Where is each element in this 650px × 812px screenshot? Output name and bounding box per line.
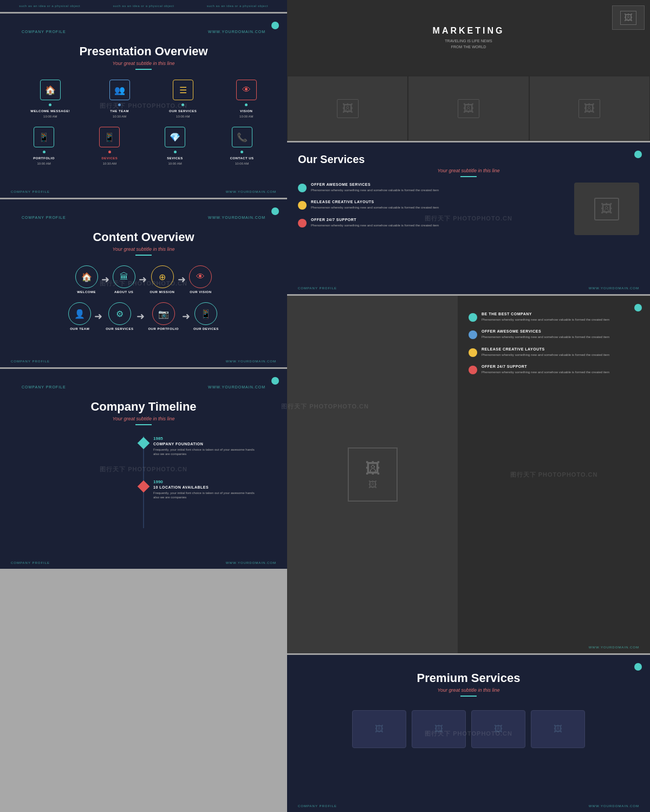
flow-portfolio: 📷 OUR PORTFOLIO xyxy=(148,302,179,330)
content-flow-row1: 🏠 WELCOME ➜ 🏛 ABOUT US ➜ ⊕ OUR MISSION ➜… xyxy=(11,265,276,294)
marketing-title: MARKETING xyxy=(433,26,505,36)
large-img-icon: 🖼 xyxy=(365,459,380,477)
icon-services-time: 10:00 AM xyxy=(176,115,190,118)
service-title-2: RELEASE CREATIVE LAYOUTS xyxy=(311,200,439,204)
watermark-5: 图行天下 PHOTOPHOTO.CN xyxy=(281,402,369,410)
flow-arrow-1: ➜ xyxy=(101,274,109,285)
icon-vision-time: 10:00 AM xyxy=(239,115,253,118)
strip-text-1: such as an idea or a physical object xyxy=(19,4,80,8)
timeline-year-1: 1985 xyxy=(153,436,261,441)
services-footer-left: COMPANY PROFILE xyxy=(298,287,337,290)
icon-welcome-time: 10:00 AM xyxy=(43,115,57,118)
services-img-icon: 🖼 xyxy=(594,198,619,220)
premium-subtitle: Your great subtitle in this line xyxy=(298,687,639,693)
content-footer-left: COMPANY PROFILE xyxy=(11,360,50,363)
timeline-item-1: 1985 COMPANY FOUNDATION Frequently, your… xyxy=(22,436,265,463)
premium-img-icon-4: 🖼 xyxy=(554,724,562,734)
icon-services: ☰ OUR SERVICES 10:00 AM xyxy=(169,80,197,118)
service-dark-title-4: OFFER 24/7 SUPPORT xyxy=(482,365,609,368)
icon-devices: 📱 DEVICES 10:30 AM xyxy=(99,127,120,165)
flow-arrow-6: ➜ xyxy=(182,310,190,322)
flow-devices-label: OUR DEVICES xyxy=(193,327,219,330)
flow-arrow-3: ➜ xyxy=(178,274,186,285)
strip-text-2: such as an idea or a physical object xyxy=(113,4,174,8)
flow-portfolio-circle: 📷 xyxy=(152,302,175,325)
timeline-content-1: 1985 COMPANY FOUNDATION Frequently, your… xyxy=(153,436,261,457)
flow-devices: 📱 OUR DEVICES xyxy=(193,302,219,330)
content-subtitle: Your great subtitle in this line xyxy=(11,246,276,252)
timeline-title-1: COMPANY FOUNDATION xyxy=(153,442,261,446)
flow-aboutus-circle: 🏛 xyxy=(113,265,135,288)
marketing-img-placeholder: 🖼 xyxy=(612,5,645,30)
icon-sevices-box: 💎 xyxy=(165,127,185,147)
service-dark-item-1: BE THE BEST COMPANY Phenomenon whereby s… xyxy=(469,312,639,322)
service-dark-item-2: OFFER AWESOME SERVICES Phenomenon whereb… xyxy=(469,329,639,339)
services-img-placeholder: 🖼 xyxy=(574,183,639,235)
premium-img-4: 🖼 xyxy=(531,710,585,748)
timeline-subtitle: Your great subtitle in this line xyxy=(11,416,276,421)
icon-portfolio-label: PORTFOLIO xyxy=(33,157,55,160)
premium-img-1: 🖼 xyxy=(352,710,406,748)
content-dot xyxy=(271,207,279,215)
flow-ourservices: ⚙ OUR SERVICES xyxy=(106,302,133,330)
service-desc-3: Phenomenon whereby something new and som… xyxy=(311,223,439,228)
icon-team-time: 10:30 AM xyxy=(113,115,126,118)
services-title: Our Services xyxy=(298,153,639,166)
premium-footer-left: COMPANY PROFILE xyxy=(298,804,337,808)
icon-sevices-label: SEVICES xyxy=(167,157,183,160)
service-text-1: OFFER AWESOME SERVICES Phenomenon whereb… xyxy=(311,183,439,192)
presentation-icon-row1: 🏠 WELCOME MESSAGE! 10:00 AM 👥 THE TEAM 1… xyxy=(11,80,276,118)
service-dark-title-1: BE THE BEST COMPANY xyxy=(482,312,609,316)
icon-contact-label: CONTACT US xyxy=(230,157,254,160)
services-footer-right: WWW.YOURDOMAIN.COM xyxy=(589,287,639,290)
timeline-title: Company Timeline xyxy=(11,400,276,414)
service-text-3: OFFER 24/7 SUPPORT Phenomenon whereby so… xyxy=(311,218,439,228)
icon-welcome: 🏠 WELCOME MESSAGE! 10:00 AM xyxy=(30,80,70,118)
service-dark-desc-2: Phenomenon whereby something new and som… xyxy=(482,335,609,339)
top-strip: such as an idea or a physical object suc… xyxy=(0,0,287,12)
timeline-underline xyxy=(135,424,152,425)
timeline-title-2: 10 LOCATION AVAILABLES xyxy=(153,485,261,489)
icon-welcome-dot xyxy=(49,103,51,106)
timeline-header-right: WWW.YOURDOMAIN.COM xyxy=(208,385,265,389)
presentation-dot xyxy=(271,22,279,29)
icon-sevices-time: 10:00 AM xyxy=(168,162,181,165)
timeline-content-2: 1990 10 LOCATION AVAILABLES Frequently, … xyxy=(153,479,261,500)
service-dark-dot-3 xyxy=(469,348,477,357)
timeline-footer-right: WWW.YOURDOMAIN.COM xyxy=(226,561,276,564)
service-dark-dot-2 xyxy=(469,330,477,339)
service-dark-title-2: OFFER AWESOME SERVICES xyxy=(482,329,609,333)
icon-contact: 📞 CONTACT US 10:00 AM xyxy=(230,127,254,165)
timeline-desc-1: Frequently, your initial font choice is … xyxy=(153,447,261,457)
service-dark-title-3: RELEASE CREATIVE LAYOUTS xyxy=(482,347,609,351)
content-footer: COMPANY PROFILE WWW.YOURDOMAIN.COM xyxy=(0,355,287,367)
marketing-img-icon: 🖼 xyxy=(620,11,636,25)
service-desc-1: Phenomenon whereby something new and som… xyxy=(311,188,439,192)
services-subtitle: Your great subtitle in this line xyxy=(298,168,639,173)
right-img-row-1: 🖼 🖼 🖼 xyxy=(287,76,650,141)
presentation-footer: COMPANY PROFILE WWW.YOURDOMAIN.COM xyxy=(0,186,287,198)
icon-sevices: 💎 SEVICES 10:00 AM xyxy=(165,127,185,165)
icon-vision-dot xyxy=(245,103,248,106)
icon-services-dot xyxy=(181,103,184,106)
flow-aboutus-label: ABOUT US xyxy=(114,290,133,294)
services-footer: COMPANY PROFILE WWW.YOURDOMAIN.COM xyxy=(287,282,650,294)
service-dark-desc-1: Phenomenon whereby something new and som… xyxy=(482,317,609,322)
services-list: OFFER AWESOME SERVICES Phenomenon whereb… xyxy=(298,183,566,235)
service-dark-desc-4: Phenomenon whereby something new and som… xyxy=(482,370,609,374)
right-img-cell-3: 🖼 xyxy=(529,76,650,141)
service-title-1: OFFER AWESOME SERVICES xyxy=(311,183,439,186)
service-desc-2: Phenomenon whereby something new and som… xyxy=(311,205,439,210)
content-header-right: WWW.YOURDOMAIN.COM xyxy=(208,216,265,219)
premium-footer-right: WWW.YOURDOMAIN.COM xyxy=(589,804,639,808)
timeline-item-2: 1990 10 LOCATION AVAILABLES Frequently, … xyxy=(22,479,265,512)
icon-devices-label: DEVICES xyxy=(102,157,118,160)
flow-arrow-2: ➜ xyxy=(139,274,147,285)
premium-slide: Premium Services Your great subtitle in … xyxy=(287,655,650,812)
timeline-header-left: COMPANY PROFILE xyxy=(22,385,66,389)
timeline-year-2: 1990 xyxy=(153,479,261,484)
flow-ourservices-label: OUR SERVICES xyxy=(106,327,133,330)
service-dark-text-1: BE THE BEST COMPANY Phenomenon whereby s… xyxy=(482,312,609,322)
premium-img-2: 🖼 xyxy=(412,710,466,748)
timeline-desc-2: Frequently, your initial font choice is … xyxy=(153,491,261,500)
